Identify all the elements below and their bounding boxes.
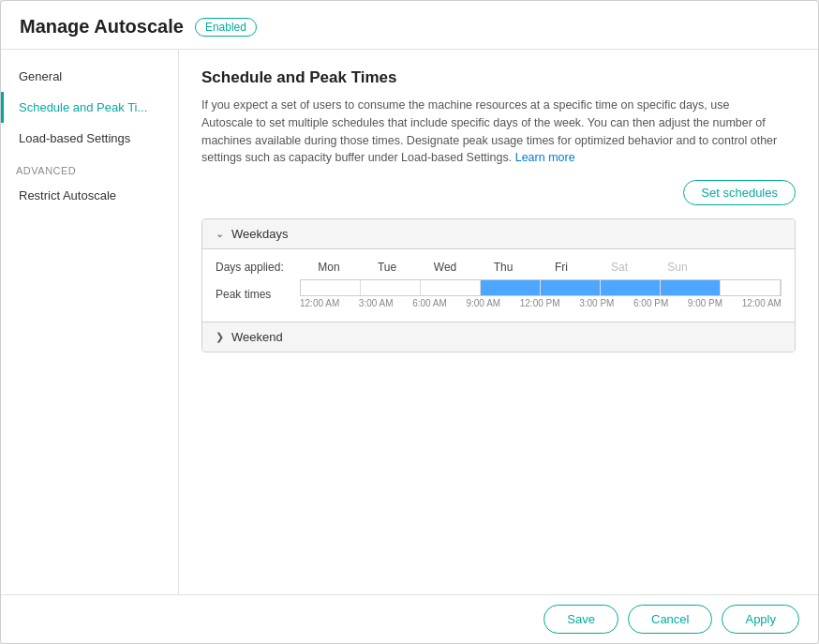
days-applied-label: Days applied: (216, 261, 300, 274)
peak-times-row: Peak times 12:00 AM 3:00 AM 6:00 AM 9:00… (216, 279, 782, 308)
enabled-badge: Enabled (195, 18, 257, 37)
timeline-bar[interactable] (300, 279, 782, 296)
save-button[interactable]: Save (544, 605, 618, 634)
set-schedules-container: Set schedules (201, 180, 796, 205)
learn-more-link[interactable]: Learn more (515, 151, 575, 164)
sidebar-item-schedule-peak[interactable]: Schedule and Peak Ti... (1, 92, 178, 123)
day-sat: Sat (590, 261, 648, 274)
chevron-right-icon: ❯ (216, 331, 224, 343)
cancel-button[interactable]: Cancel (628, 605, 712, 634)
weekend-header[interactable]: ❯ Weekend (202, 322, 795, 352)
weekend-label: Weekend (231, 330, 283, 344)
schedule-box: ⌄ Weekdays Days applied: Mon Tue Wed Thu… (201, 218, 796, 352)
description: If you expect a set of users to consume … (201, 97, 782, 167)
header: Manage Autoscale Enabled (1, 1, 818, 50)
sidebar-item-general[interactable]: General (1, 61, 178, 92)
weekdays-label: Weekdays (231, 227, 288, 241)
days-applied-row: Days applied: Mon Tue Wed Thu Fri Sat Su… (216, 261, 782, 274)
day-wed: Wed (416, 261, 474, 274)
chevron-down-icon: ⌄ (216, 228, 224, 240)
set-schedules-button[interactable]: Set schedules (683, 180, 796, 205)
section-title: Schedule and Peak Times (201, 68, 796, 87)
day-tue: Tue (358, 261, 416, 274)
body: General Schedule and Peak Ti... Load-bas… (1, 50, 818, 594)
day-sun: Sun (648, 261, 707, 274)
apply-button[interactable]: Apply (722, 605, 799, 634)
page-title: Manage Autoscale (20, 16, 184, 37)
time-labels: 12:00 AM 3:00 AM 6:00 AM 9:00 AM 12:00 P… (300, 298, 782, 308)
weekdays-header[interactable]: ⌄ Weekdays (202, 219, 795, 249)
sidebar-item-restrict-autoscale[interactable]: Restrict Autoscale (1, 180, 178, 211)
manage-autoscale-window: Manage Autoscale Enabled General Schedul… (0, 0, 819, 644)
main-content: Schedule and Peak Times If you expect a … (179, 50, 818, 594)
day-thu: Thu (474, 261, 532, 274)
footer: Save Cancel Apply (1, 594, 818, 643)
weekdays-content: Days applied: Mon Tue Wed Thu Fri Sat Su… (202, 249, 795, 322)
peak-times-label: Peak times (216, 288, 300, 301)
day-mon: Mon (300, 261, 358, 274)
days-list: Mon Tue Wed Thu Fri Sat Sun (300, 261, 707, 274)
advanced-section-label: ADVANCED (1, 154, 178, 180)
sidebar-item-load-based[interactable]: Load-based Settings (1, 123, 178, 154)
sidebar: General Schedule and Peak Ti... Load-bas… (1, 50, 179, 594)
day-fri: Fri (532, 261, 590, 274)
timeline-bar-wrap: 12:00 AM 3:00 AM 6:00 AM 9:00 AM 12:00 P… (300, 279, 782, 308)
